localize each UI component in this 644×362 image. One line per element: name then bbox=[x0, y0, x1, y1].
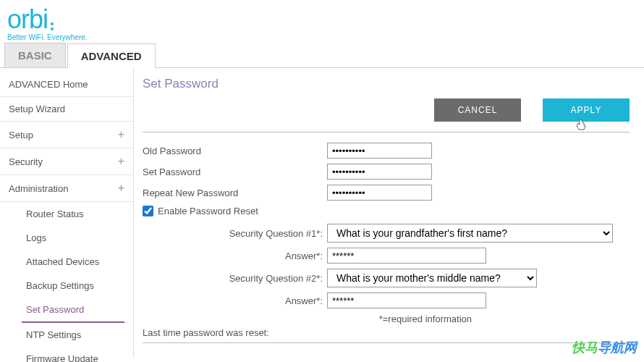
watermark-part2: 导航网 bbox=[598, 340, 637, 355]
label-enable-reset: Enable Password Reset bbox=[158, 206, 258, 216]
sidebar-item-advanced-home[interactable]: ADVANCED Home bbox=[0, 72, 133, 97]
sidebar-item-label: Security bbox=[9, 156, 43, 167]
apply-button[interactable]: APPLY bbox=[543, 98, 630, 122]
sidebar-sub-backup-settings[interactable]: Backup Settings bbox=[0, 274, 133, 298]
sidebar-item-label: Setup bbox=[9, 130, 33, 140]
plus-icon: + bbox=[118, 182, 124, 195]
tab-advanced[interactable]: ADVANCED bbox=[67, 43, 156, 68]
sidebar-sub-set-password[interactable]: Set Password bbox=[22, 298, 124, 323]
sidebar-item-security[interactable]: Security+ bbox=[0, 148, 133, 175]
tagline: Better WiFi. Everywhere. bbox=[7, 33, 637, 41]
row-answer2: Answer*: bbox=[143, 292, 630, 308]
logo-text: orbi bbox=[7, 4, 48, 35]
sidebar-item-setup-wizard[interactable]: Setup Wizard bbox=[0, 97, 133, 122]
label-answer2: Answer*: bbox=[143, 295, 327, 306]
main-tabs: BASIC ADVANCED bbox=[0, 43, 644, 68]
row-set-password: Set Password bbox=[143, 164, 630, 180]
sidebar: ADVANCED Home Setup Wizard Setup+ Securi… bbox=[0, 68, 134, 358]
sidebar-item-label: ADVANCED Home bbox=[9, 79, 88, 90]
plus-icon: + bbox=[118, 155, 124, 168]
sidebar-sub-ntp-settings[interactable]: NTP Settings bbox=[0, 323, 133, 347]
sidebar-item-setup[interactable]: Setup+ bbox=[0, 122, 133, 148]
watermark: 快马导航网 bbox=[572, 339, 637, 356]
plus-icon: + bbox=[118, 128, 124, 141]
action-bar: CANCEL APPLY bbox=[143, 98, 630, 132]
select-sq2[interactable]: What is your mother's middle name? bbox=[327, 269, 537, 287]
sidebar-sub-attached-devices[interactable]: Attached Devices bbox=[0, 250, 133, 274]
input-answer1[interactable] bbox=[327, 248, 486, 264]
row-repeat-password: Repeat New Password bbox=[143, 185, 630, 201]
content-area: ADVANCED Home Setup Wizard Setup+ Securi… bbox=[0, 68, 644, 358]
row-sq1: Security Question #1*: What is your gran… bbox=[143, 224, 630, 243]
input-set-password[interactable] bbox=[327, 164, 432, 180]
last-reset-info: Last time password was reset: bbox=[143, 327, 630, 343]
label-old-password: Old Password bbox=[143, 146, 327, 156]
label-repeat-password: Repeat New Password bbox=[143, 188, 327, 198]
sidebar-sub-firmware-update[interactable]: Firmware Update bbox=[0, 347, 133, 362]
label-sq2: Security Question #2*: bbox=[143, 273, 327, 284]
label-set-password: Set Password bbox=[143, 167, 327, 177]
sidebar-sub-router-status[interactable]: Router Status bbox=[0, 202, 133, 226]
page-title: Set Password bbox=[143, 77, 630, 91]
row-old-password: Old Password bbox=[143, 143, 630, 159]
required-info: *=required information bbox=[143, 313, 472, 324]
row-enable-reset: Enable Password Reset bbox=[143, 206, 630, 216]
watermark-part1: 快马 bbox=[572, 340, 598, 355]
row-sq2: Security Question #2*: What is your moth… bbox=[143, 269, 630, 287]
main-panel: Set Password CANCEL APPLY Old Password S… bbox=[134, 68, 644, 358]
input-old-password[interactable] bbox=[327, 143, 432, 159]
checkbox-enable-reset[interactable] bbox=[143, 206, 153, 216]
row-answer1: Answer*: bbox=[143, 248, 630, 264]
label-answer1: Answer*: bbox=[143, 251, 327, 261]
input-repeat-password[interactable] bbox=[327, 185, 432, 201]
logo-dots-icon bbox=[51, 17, 56, 35]
tab-basic[interactable]: BASIC bbox=[4, 43, 66, 67]
cancel-button[interactable]: CANCEL bbox=[434, 98, 521, 122]
logo: orbi bbox=[7, 4, 637, 35]
input-answer2[interactable] bbox=[327, 292, 486, 308]
select-sq1[interactable]: What is your grandfather's first name? bbox=[327, 224, 613, 243]
sidebar-item-label: Setup Wizard bbox=[9, 104, 65, 114]
sidebar-item-label: Administration bbox=[9, 183, 68, 194]
label-sq1: Security Question #1*: bbox=[143, 228, 327, 239]
header: orbi Better WiFi. Everywhere. bbox=[0, 0, 644, 43]
sidebar-sub-logs[interactable]: Logs bbox=[0, 226, 133, 250]
sidebar-item-administration[interactable]: Administration+ bbox=[0, 175, 133, 202]
